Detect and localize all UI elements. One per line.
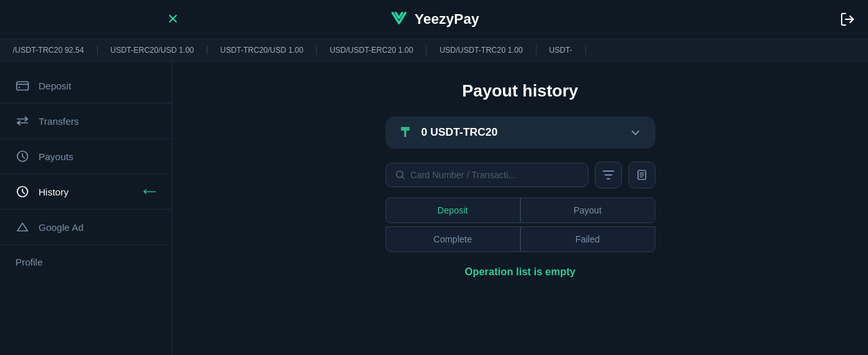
sidebar-label-transfers: Transfers (39, 116, 156, 127)
sidebar-item-transfers[interactable]: Transfers (0, 104, 172, 139)
page-title: Payout history (462, 81, 578, 101)
svg-point-1 (19, 87, 20, 88)
filter-failed-btn[interactable]: Failed (520, 226, 655, 252)
logo-text: YeezyPay (414, 11, 479, 28)
search-box[interactable] (385, 163, 589, 187)
sidebar-item-google-ad[interactable]: Google Ad (0, 210, 172, 245)
search-input[interactable] (411, 170, 579, 180)
ticker-item: USD/USDT-ERC20 1.00 (317, 46, 427, 55)
currency-selector[interactable]: ₸ 0 USDT-TRC20 (385, 116, 655, 149)
empty-message: Operation list is empty (465, 266, 575, 278)
filter-deposit-btn[interactable]: Deposit (385, 197, 520, 223)
filter-row-type: Deposit Payout (385, 197, 655, 223)
search-row (385, 161, 655, 188)
chevron-down-icon (630, 127, 641, 138)
ticker-item: USDT-TRC20/USD 1.00 (208, 46, 317, 55)
history-icon (15, 185, 30, 199)
ticker-item: /USDT-TRC20 92.54 (0, 46, 98, 55)
svg-text:₸: ₸ (401, 125, 410, 140)
export-icon-btn[interactable] (628, 161, 655, 188)
history-arrow (143, 188, 156, 196)
sidebar-label-profile: Profile (15, 257, 43, 268)
deposit-icon (15, 78, 30, 93)
ticker-item: USD/USDT-TRC20 1.00 (427, 46, 536, 55)
google-ad-icon (15, 220, 30, 234)
sidebar-label-history: History (39, 187, 134, 197)
ticker-bar: /USDT-TRC20 92.54 USDT-ERC20/USD 1.00 US… (0, 39, 868, 62)
tenge-icon: ₸ (400, 125, 414, 140)
svg-rect-0 (17, 82, 28, 90)
logo-icon (389, 10, 409, 28)
close-button[interactable]: ✕ (167, 11, 179, 28)
logout-button[interactable] (840, 12, 855, 27)
currency-value: 0 USDT-TRC20 (421, 126, 622, 139)
sidebar-item-deposit[interactable]: Deposit (0, 68, 172, 104)
sidebar-label-deposit: Deposit (39, 80, 156, 91)
ticker-item: USDT-ERC20/USD 1.00 (98, 46, 208, 55)
sidebar-label-payouts: Payouts (39, 151, 156, 162)
transfers-icon (15, 114, 30, 128)
header: ✕ YeezyPay (0, 0, 868, 39)
sidebar: Deposit Transfers Payouts (0, 62, 172, 355)
sidebar-label-google-ad: Google Ad (39, 222, 156, 233)
logo: YeezyPay (389, 10, 479, 28)
sidebar-item-history[interactable]: History (0, 174, 172, 210)
filter-row-status: Complete Failed (385, 227, 655, 252)
filter-complete-btn[interactable]: Complete (385, 226, 520, 252)
sidebar-item-payouts[interactable]: Payouts (0, 139, 172, 174)
main-layout: Deposit Transfers Payouts (0, 62, 868, 355)
filter-icon-btn[interactable] (595, 161, 622, 188)
filter-payout-btn[interactable]: Payout (520, 197, 655, 223)
sidebar-item-profile[interactable]: Profile (0, 245, 172, 279)
search-icon (395, 170, 405, 180)
content-area: Payout history ₸ 0 USDT-TRC20 (172, 62, 868, 355)
ticker-item: USDT- (536, 46, 586, 55)
payouts-icon (15, 149, 30, 163)
